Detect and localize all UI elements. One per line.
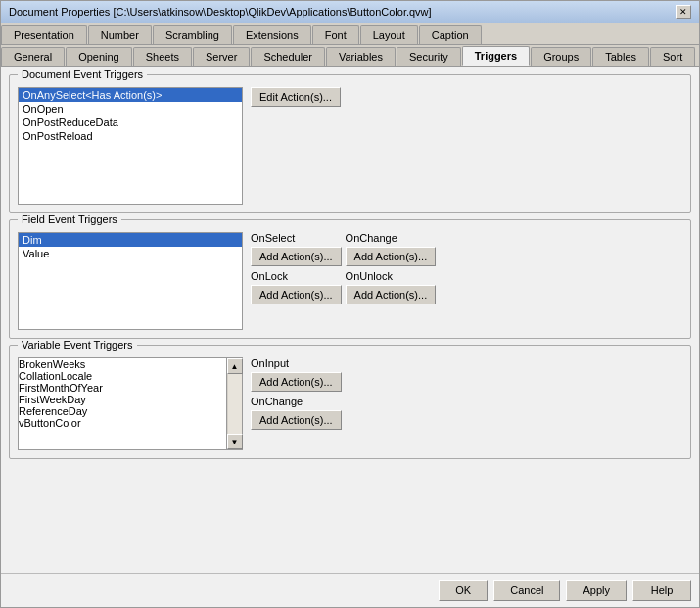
tab-triggers[interactable]: Triggers: [462, 46, 530, 66]
tab-variables[interactable]: Variables: [326, 47, 396, 66]
list-item[interactable]: OnPostReload: [19, 129, 242, 143]
onlock-label: OnLock: [251, 270, 342, 282]
onunlock-label: OnUnlock: [346, 270, 437, 282]
field-events-list[interactable]: Dim Value: [18, 232, 243, 330]
onchange-col: OnChange Add Action(s)...: [346, 232, 437, 266]
variable-events-label: Variable Event Triggers: [18, 339, 137, 351]
variable-events-content: BrokenWeeks CollationLocale FirstMonthOf…: [18, 357, 682, 450]
list-item[interactable]: CollationLocale: [19, 370, 226, 382]
tab-tables[interactable]: Tables: [592, 47, 649, 66]
tabs-row-2: General Opening Sheets Server Scheduler …: [1, 45, 699, 67]
tabs-row-1: Presentation Number Scrambling Extension…: [1, 23, 699, 45]
apply-button[interactable]: Apply: [566, 580, 627, 601]
title-bar-buttons: ✕: [676, 5, 691, 19]
field-events-group: Field Event Triggers Dim Value OnSelect …: [9, 219, 691, 339]
variable-list-scrollbar[interactable]: ▲ ▼: [226, 358, 242, 449]
list-item[interactable]: OnPostReduceData: [19, 116, 242, 129]
field-events-buttons: OnSelect Add Action(s)... OnChange Add A…: [251, 232, 436, 330]
tab-caption[interactable]: Caption: [419, 25, 482, 44]
tab-sort[interactable]: Sort: [650, 47, 695, 66]
tab-server[interactable]: Server: [193, 47, 250, 66]
scroll-down-button[interactable]: ▼: [227, 434, 243, 449]
scroll-up-button[interactable]: ▲: [227, 358, 243, 374]
list-item[interactable]: FirstWeekDay: [19, 394, 226, 405]
var-onchange-group: OnChange Add Action(s)...: [251, 396, 342, 430]
oninput-group: OnInput Add Action(s)...: [251, 357, 342, 392]
ok-button[interactable]: OK: [439, 580, 488, 601]
document-events-content: OnAnySelect<Has Action(s)> OnOpen OnPost…: [18, 87, 682, 205]
tab-layout[interactable]: Layout: [360, 25, 418, 44]
onunlock-add-button[interactable]: Add Action(s)...: [346, 285, 437, 304]
tab-scrambling[interactable]: Scrambling: [153, 25, 232, 44]
content-area: Document Event Triggers OnAnySelect<Has …: [1, 67, 699, 573]
onlock-add-button[interactable]: Add Action(s)...: [251, 285, 342, 304]
onchange-label: OnChange: [346, 232, 437, 244]
variable-events-list[interactable]: BrokenWeeks CollationLocale FirstMonthOf…: [19, 358, 226, 449]
onselect-add-button[interactable]: Add Action(s)...: [251, 247, 342, 266]
document-events-buttons: Edit Action(s)...: [251, 87, 341, 205]
oninput-label: OnInput: [251, 357, 342, 369]
tab-number[interactable]: Number: [88, 25, 152, 44]
list-item[interactable]: OnAnySelect<Has Action(s)>: [19, 88, 242, 102]
onunlock-col: OnUnlock Add Action(s)...: [346, 270, 437, 304]
document-events-label: Document Event Triggers: [18, 69, 147, 80]
field-btn-grid: OnSelect Add Action(s)... OnChange Add A…: [251, 232, 436, 304]
document-events-list[interactable]: OnAnySelect<Has Action(s)> OnOpen OnPost…: [18, 87, 243, 205]
main-window: Document Properties [C:\Users\atkinsow\D…: [0, 0, 700, 608]
cancel-button[interactable]: Cancel: [493, 580, 560, 601]
tab-sheets[interactable]: Sheets: [133, 47, 192, 66]
variable-events-buttons: OnInput Add Action(s)... OnChange Add Ac…: [251, 357, 342, 450]
list-item[interactable]: FirstMonthOfYear: [19, 382, 226, 394]
tab-scheduler[interactable]: Scheduler: [251, 47, 325, 66]
var-onchange-add-button[interactable]: Add Action(s)...: [251, 410, 342, 430]
tab-general[interactable]: General: [1, 47, 65, 66]
help-button[interactable]: Help: [632, 580, 691, 601]
list-item[interactable]: BrokenWeeks: [19, 358, 226, 370]
field-events-label: Field Event Triggers: [18, 213, 121, 225]
tab-font[interactable]: Font: [312, 25, 359, 44]
tab-presentation[interactable]: Presentation: [1, 25, 87, 44]
tab-opening[interactable]: Opening: [66, 47, 132, 66]
onlock-col: OnLock Add Action(s)...: [251, 270, 342, 304]
field-events-content: Dim Value OnSelect Add Action(s)... OnCh…: [18, 232, 682, 330]
document-events-group: Document Event Triggers OnAnySelect<Has …: [9, 74, 691, 213]
list-item[interactable]: Dim: [19, 233, 242, 247]
list-item[interactable]: OnOpen: [19, 102, 242, 116]
onselect-col: OnSelect Add Action(s)...: [251, 232, 342, 266]
window-title: Document Properties [C:\Users\atkinsow\D…: [9, 6, 432, 18]
edit-actions-button[interactable]: Edit Action(s)...: [251, 87, 341, 107]
tab-security[interactable]: Security: [397, 47, 461, 66]
variable-events-list-wrapper: BrokenWeeks CollationLocale FirstMonthOf…: [18, 357, 243, 450]
var-onchange-label: OnChange: [251, 396, 342, 407]
list-item[interactable]: ReferenceDay: [19, 405, 226, 417]
list-item[interactable]: Value: [19, 247, 242, 260]
oninput-add-button[interactable]: Add Action(s)...: [251, 372, 342, 392]
list-item[interactable]: vButtonColor: [19, 417, 226, 429]
onchange-add-button[interactable]: Add Action(s)...: [346, 247, 437, 266]
variable-events-group: Variable Event Triggers BrokenWeeks Coll…: [9, 345, 691, 459]
tab-extensions[interactable]: Extensions: [233, 25, 311, 44]
tab-groups[interactable]: Groups: [531, 47, 591, 66]
scroll-track[interactable]: [228, 374, 242, 434]
onselect-label: OnSelect: [251, 232, 342, 244]
bottom-buttons-bar: OK Cancel Apply Help: [1, 573, 699, 607]
title-bar: Document Properties [C:\Users\atkinsow\D…: [1, 1, 699, 23]
close-button[interactable]: ✕: [676, 5, 691, 19]
